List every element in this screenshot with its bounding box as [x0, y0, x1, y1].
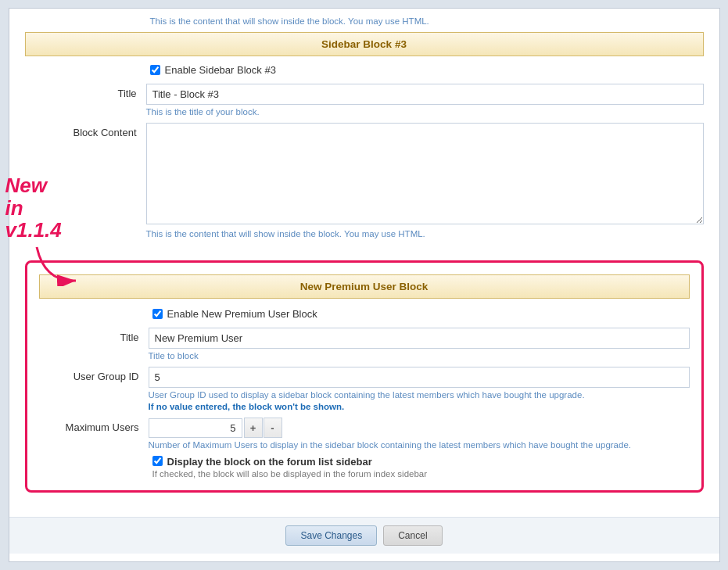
premium-ugid-hint1: User Group ID used to display a sidebar … [149, 390, 690, 400]
block3-content-area: This is the content that will show insid… [146, 123, 704, 238]
max-users-plus-button[interactable]: + [244, 418, 263, 438]
premium-ugid-input[interactable] [149, 367, 690, 388]
arrow-icon [33, 243, 95, 286]
display-block-hint: If checked, the block will also be displ… [39, 469, 690, 479]
block3-title-content: This is the title of your block. [146, 84, 704, 117]
display-checkbox-row: Display the block on the forum list side… [39, 456, 690, 468]
cancel-button[interactable]: Cancel [383, 525, 442, 546]
premium-maxusers-hint: Number of Maximum Users to display in th… [149, 440, 690, 450]
new-version-label: New in v1.1.4 [5, 174, 62, 242]
save-button[interactable]: Save Changes [285, 525, 377, 546]
premium-title-hint: Title to block [149, 351, 690, 360]
max-users-input[interactable] [149, 418, 242, 438]
premium-title-row: Title Title to block [39, 328, 690, 360]
enable-block3-checkbox[interactable] [150, 65, 160, 75]
new-feature-wrapper: New in v1.1.4 New Premium User Block Ena… [25, 260, 704, 493]
premium-ugid-label: User Group ID [39, 367, 149, 382]
premium-title-label: Title [39, 328, 149, 343]
premium-ugid-hint2: If no value entered, the block won't be … [149, 402, 690, 411]
premium-header-btn[interactable]: New Premium User Block [39, 274, 690, 299]
top-section: This is the content that will show insid… [9, 16, 719, 253]
display-block-checkbox[interactable] [152, 456, 163, 466]
premium-enable-label: Enable New Premium User Block [167, 308, 317, 320]
premium-ugid-row: User Group ID User Group ID used to disp… [39, 367, 690, 411]
block3-content-textarea[interactable] [146, 123, 704, 224]
stepper-row: + - [149, 418, 690, 438]
enable-block3-row: Enable Sidebar Block #3 [25, 64, 704, 76]
block3-title-label: Title [25, 84, 146, 99]
display-block-label: Display the block on the forum list side… [167, 456, 372, 468]
page-wrapper: This is the content that will show insid… [9, 8, 720, 562]
premium-title-content: Title to block [149, 328, 690, 360]
premium-maxusers-row: Maximum Users + - Number of Maximum User… [39, 418, 690, 450]
premium-ugid-hint2-text: If no value entered, the block won't be … [149, 402, 345, 411]
enable-block3-label: Enable Sidebar Block #3 [165, 64, 276, 76]
block3-content-hint: This is the content that will show insid… [146, 229, 704, 238]
block3-title-input[interactable] [146, 84, 704, 105]
top-hint: This is the content that will show insid… [25, 16, 704, 26]
block3-title-row: Title This is the title of your block. [25, 84, 704, 117]
max-users-minus-button[interactable]: - [264, 418, 282, 438]
premium-maxusers-label: Maximum Users [39, 418, 149, 433]
footer-buttons: Save Changes Cancel [9, 517, 719, 554]
premium-ugid-content: User Group ID used to display a sidebar … [149, 367, 690, 411]
premium-maxusers-content: + - Number of Maximum Users to display i… [149, 418, 690, 450]
premium-title-input[interactable] [149, 328, 690, 349]
sidebar-block3-header[interactable]: Sidebar Block #3 [25, 32, 704, 56]
premium-enable-checkbox[interactable] [152, 309, 163, 319]
premium-enable-row: Enable New Premium User Block [39, 308, 690, 320]
block3-title-hint: This is the title of your block. [146, 107, 704, 117]
premium-block-box: New Premium User Block Enable New Premiu… [25, 260, 704, 493]
block3-content-label: Block Content [25, 123, 146, 138]
block3-content-row: Block Content This is the content that w… [25, 123, 704, 238]
